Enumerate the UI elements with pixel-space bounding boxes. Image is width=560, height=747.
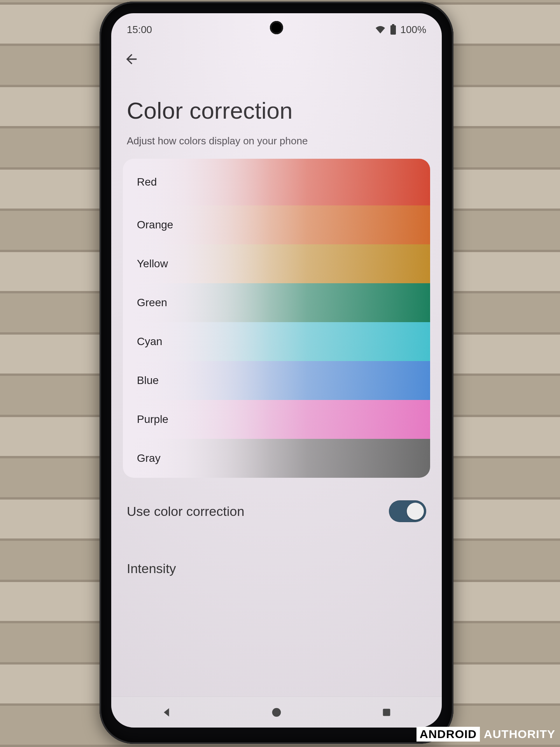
arrow-left-icon [124,51,139,67]
status-time: 15:00 [127,24,152,36]
camera-notch [270,21,283,34]
svg-rect-0 [392,24,394,25]
swatch-gradient [123,439,430,478]
swatch-label: Blue [123,374,159,387]
swatch-label: Green [123,296,167,309]
swatch-row-blue: Blue [123,361,430,400]
swatch-gradient [123,322,430,361]
swatch-row-cyan: Cyan [123,322,430,361]
screen: 15:00 100% [111,13,442,728]
system-nav-bar [111,696,442,728]
use-color-correction-label: Use color correction [127,504,244,519]
nav-home-button[interactable] [269,705,284,720]
nav-recents-button[interactable] [379,705,394,720]
use-color-correction-row[interactable]: Use color correction [111,478,442,525]
swatch-label: Purple [123,413,168,426]
swatch-row-yellow: Yellow [123,244,430,283]
square-recents-icon [381,707,392,718]
battery-percentage: 100% [401,24,427,36]
swatch-label: Red [123,176,157,188]
swatch-row-red: Red [123,159,430,205]
page-title: Color correction [111,70,442,128]
swatch-gradient [123,361,430,400]
swatch-gradient [123,400,430,439]
battery-icon [390,24,397,35]
switch-knob [407,503,424,520]
watermark-text: AUTHORITY [484,728,555,741]
page-subtitle: Adjust how colors display on your phone [111,128,442,156]
swatch-row-purple: Purple [123,400,430,439]
swatch-label: Gray [123,452,161,465]
svg-point-2 [272,708,281,717]
wifi-icon [375,25,386,34]
swatch-gradient [123,283,430,322]
circle-home-icon [271,707,282,718]
watermark: ANDROID AUTHORITY [416,727,555,742]
swatch-gradient [123,244,430,283]
swatch-row-orange: Orange [123,205,430,244]
swatch-row-green: Green [123,283,430,322]
swatch-row-gray: Gray [123,439,430,478]
svg-rect-1 [390,25,396,35]
svg-rect-3 [383,708,390,716]
swatch-label: Orange [123,219,173,231]
phone-frame: 15:00 100% [100,2,453,744]
swatch-gradient [123,159,430,205]
triangle-back-icon [160,706,173,719]
swatch-label: Yellow [123,258,168,270]
nav-back-button[interactable] [159,705,174,720]
intensity-section-label: Intensity [111,525,442,576]
color-swatch-card: RedOrangeYellowGreenCyanBluePurpleGray [123,159,430,478]
watermark-box: ANDROID [416,727,480,742]
back-button[interactable] [121,48,142,70]
swatch-label: Cyan [123,335,162,348]
use-color-correction-switch[interactable] [389,500,426,522]
